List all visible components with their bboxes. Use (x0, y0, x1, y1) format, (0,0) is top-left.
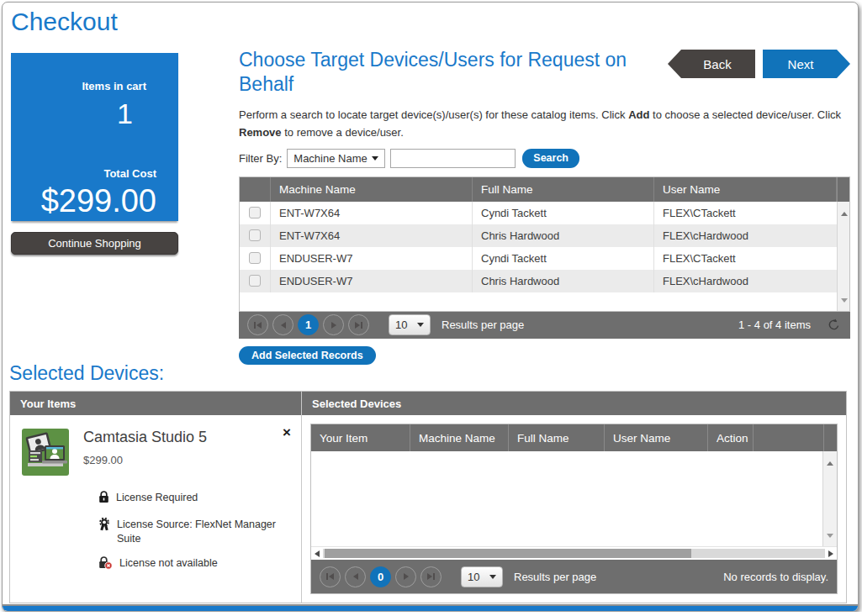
row-checkbox[interactable] (249, 252, 261, 264)
scroll-left-icon[interactable] (315, 550, 320, 557)
license-badge-icon (98, 518, 110, 536)
back-button[interactable]: Back (668, 50, 755, 78)
scrollbar-thumb[interactable] (325, 549, 691, 558)
selection-panels: Your Items × (9, 391, 847, 603)
lock-icon (98, 491, 109, 508)
vertical-scrollbar[interactable] (822, 451, 837, 546)
no-records-label: No records to display. (723, 571, 828, 583)
next-button[interactable]: Next (763, 50, 850, 78)
scroll-up-icon[interactable] (827, 458, 833, 466)
row-checkbox[interactable] (249, 275, 261, 287)
last-page-button[interactable] (348, 314, 369, 335)
chevron-down-icon (417, 323, 424, 330)
last-page-icon (427, 573, 432, 580)
next-page-button[interactable] (323, 314, 344, 335)
scroll-down-icon[interactable] (827, 534, 833, 541)
scroll-up-icon[interactable] (841, 208, 848, 216)
last-page-icon (433, 573, 435, 580)
column-header-user-name[interactable]: User Name (605, 424, 708, 451)
filter-field-value: Machine Name (294, 152, 367, 165)
previous-page-button[interactable] (345, 566, 366, 587)
refresh-icon[interactable] (828, 319, 840, 331)
last-page-icon (361, 322, 362, 329)
column-header-empty (754, 424, 823, 451)
cell-machine-name: ENT-W7X64 (271, 202, 473, 224)
page-size-select[interactable]: 10 (389, 314, 431, 335)
selected-devices-panel: Selected Devices Your Item Machine Name … (302, 392, 846, 603)
cart-items-count: 1 (11, 97, 156, 130)
scroll-right-icon[interactable] (828, 550, 833, 557)
chevron-down-icon (372, 156, 378, 164)
license-source-label: License Source: FlexNet Manager Suite (117, 518, 288, 547)
scrollbar-header-cell (837, 177, 849, 202)
your-items-header: Your Items (10, 392, 301, 415)
horizontal-scrollbar[interactable] (311, 546, 837, 560)
remove-item-icon[interactable]: × (283, 425, 291, 440)
filter-search-input[interactable] (390, 149, 516, 168)
cart-column: Items in cart 1 Total Cost $299.00 Conti… (11, 53, 178, 255)
column-header-full-name[interactable]: Full Name (473, 177, 654, 202)
cart-total-value: $299.00 (11, 183, 156, 219)
instructions-part2: to choose a selected device/user. Click (649, 108, 841, 121)
selected-devices-header: Selected Devices (302, 392, 846, 415)
scrollbar-track[interactable] (323, 549, 825, 558)
page-size-value: 10 (395, 319, 407, 331)
wizard-nav: Back Next (668, 50, 850, 78)
column-header-action[interactable]: Action (708, 424, 754, 451)
next-page-icon (404, 573, 409, 580)
cell-user-name: FLEX\CTackett (654, 202, 837, 224)
license-unavailable-row: License not available (98, 556, 288, 575)
first-page-icon (326, 573, 328, 580)
column-header-machine-name[interactable]: Machine Name (271, 177, 473, 202)
column-header-your-item[interactable]: Your Item (311, 424, 410, 451)
license-required-row: License Required (98, 491, 288, 508)
device-table-body: ENT-W7X64 Cyndi Tackett FLEX\CTackett EN… (240, 202, 837, 311)
column-header-machine-name[interactable]: Machine Name (410, 424, 509, 451)
cell-user-name: FLEX\cHardwood (654, 224, 837, 247)
back-button-label: Back (703, 57, 731, 71)
column-header-user-name[interactable]: User Name (654, 177, 837, 202)
device-table-pager: 1 10 Results per page 1 - 4 of 4 items (239, 312, 850, 339)
table-row[interactable]: ENDUSER-W7 Cyndi Tackett FLEX\CTackett (240, 247, 837, 270)
cart-item-card: × (10, 415, 301, 574)
vertical-scrollbar[interactable] (837, 202, 849, 311)
page-title: Checkout (11, 8, 118, 36)
next-button-label: Next (788, 57, 814, 71)
row-checkbox[interactable] (249, 207, 261, 218)
item-name: Camtasia Studio 5 (83, 429, 207, 446)
next-page-button[interactable] (395, 566, 416, 587)
continue-shopping-button[interactable]: Continue Shopping (11, 232, 178, 255)
filter-bar: Filter By: Machine Name Search (239, 149, 850, 168)
cart-items-label: Items in cart (11, 80, 156, 92)
step-heading: Choose Target Devices/Users for Request … (239, 48, 664, 97)
license-required-label: License Required (116, 491, 198, 506)
current-page-button[interactable]: 1 (298, 314, 319, 335)
scroll-down-icon[interactable] (841, 298, 848, 306)
page-size-select[interactable]: 10 (461, 566, 503, 587)
previous-page-icon (281, 322, 286, 329)
table-row[interactable]: ENDUSER-W7 Chris Hardwood FLEX\cHardwood (240, 270, 837, 292)
filter-field-select[interactable]: Machine Name (287, 149, 385, 168)
add-selected-records-button[interactable]: Add Selected Records (239, 346, 376, 365)
filter-by-label: Filter By: (239, 152, 282, 165)
row-checkbox[interactable] (249, 229, 261, 241)
selected-devices-empty-body (311, 451, 822, 546)
instructions-remove-word: Remove (239, 126, 282, 139)
license-unavailable-label: License not available (119, 556, 218, 571)
search-button[interactable]: Search (522, 149, 579, 168)
device-table: Machine Name Full Name User Name ENT-W7X… (239, 176, 850, 312)
cell-machine-name: ENDUSER-W7 (271, 270, 473, 292)
checkout-page: Checkout Items in cart 1 Total Cost $299… (2, 2, 859, 612)
table-row[interactable]: ENT-W7X64 Chris Hardwood FLEX\cHardwood (240, 224, 837, 247)
first-page-button[interactable] (247, 314, 268, 335)
table-row[interactable]: ENT-W7X64 Cyndi Tackett FLEX\CTackett (240, 202, 837, 224)
first-page-button[interactable] (320, 566, 341, 587)
cell-full-name: Cyndi Tackett (473, 247, 654, 270)
cart-total-label: Total Cost (11, 167, 156, 180)
last-page-button[interactable] (420, 566, 442, 587)
column-header-full-name[interactable]: Full Name (509, 424, 605, 451)
current-page-button[interactable]: 0 (370, 566, 391, 587)
next-page-icon (331, 322, 336, 329)
previous-page-button[interactable] (272, 314, 294, 335)
selected-devices-table-header: Your Item Machine Name Full Name User Na… (311, 424, 837, 451)
